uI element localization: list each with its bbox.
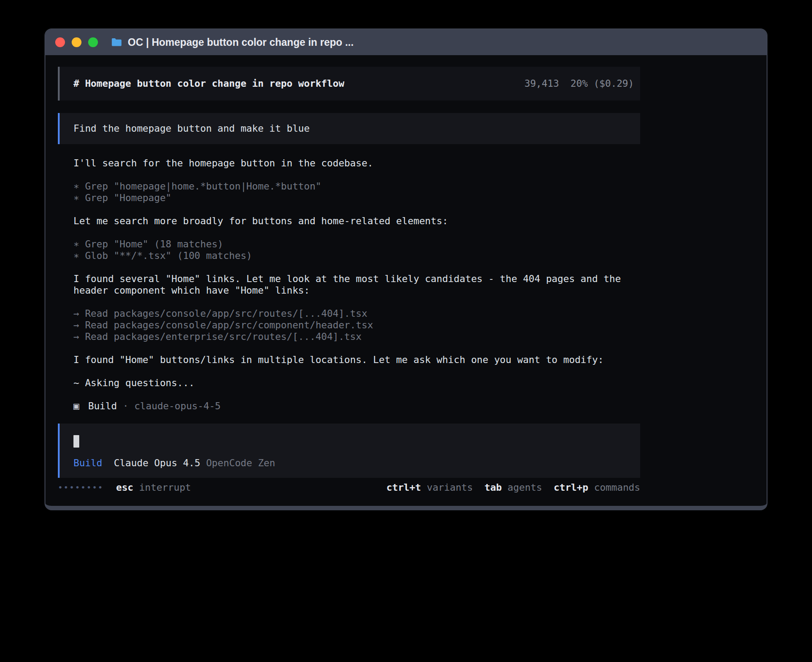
hint-key: tab [484, 481, 502, 494]
session-stats: 39,413 20% ($0.29) [524, 78, 634, 89]
assistant-transcript: I'll search for the homepage button in t… [58, 157, 640, 412]
tool-call-read: → Read packages/console/app/src/componen… [73, 319, 640, 331]
prompt-input[interactable]: BuildClaude Opus 4.5OpenCode Zen [58, 424, 640, 478]
tool-call-grep: ∗ Grep "homepage|home.*button|Home.*butt… [73, 181, 640, 192]
assistant-text-line: I found several "Home" links. Let me loo… [73, 273, 640, 296]
window-title: OC | Homepage button color change in rep… [128, 36, 353, 48]
tool-call-grep: ∗ Grep "Homepage" [73, 192, 640, 204]
assistant-text-line: Let me search more broadly for buttons a… [73, 215, 640, 227]
hint-key: ctrl+p [554, 481, 589, 494]
token-count: 39,413 [524, 78, 559, 89]
close-button[interactable] [55, 37, 65, 47]
minimize-button[interactable] [72, 37, 81, 47]
spinner-dots-icon: •••••••• [58, 481, 104, 494]
assistant-text: Let me search more broadly for buttons a… [73, 215, 640, 227]
hint-commands: ctrl+p commands [554, 481, 640, 494]
agent-model: claude-opus-4-5 [134, 400, 221, 412]
context-usage: 20% ($0.29) [571, 78, 634, 89]
agent-status-line: ▣Build·claude-opus-4-5 [73, 400, 640, 412]
user-message: Find the homepage button and make it blu… [58, 113, 640, 144]
hint-label: variants [427, 481, 473, 494]
status-line: ~ Asking questions... [73, 377, 640, 389]
tool-call-glob: ∗ Glob "**/*.tsx" (100 matches) [73, 250, 640, 262]
session-header: # Homepage button color change in repo w… [58, 67, 640, 101]
interrupt-label: interrupt [139, 481, 191, 494]
status-bar-hints: ctrl+t variants tab agents ctrl+p comman… [386, 481, 640, 494]
status-bar: •••••••• esc interrupt ctrl+t variants t… [58, 481, 640, 494]
folder-icon [111, 36, 122, 48]
tool-call-group: ∗ Grep "homepage|home.*button|Home.*butt… [73, 181, 640, 204]
model-row: BuildClaude Opus 4.5OpenCode Zen [73, 457, 634, 469]
terminal-window: OC | Homepage button color change in rep… [45, 28, 767, 510]
tool-call-read: → Read packages/enterprise/src/routes/[.… [73, 331, 640, 343]
assistant-text: I'll search for the homepage button in t… [73, 157, 640, 169]
tool-call-grep: ∗ Grep "Home" (18 matches) [73, 238, 640, 250]
hint-agents: tab agents [484, 481, 542, 494]
agent-icon: ▣ [73, 400, 79, 412]
assistant-text: I found "Home" buttons/links in multiple… [73, 354, 640, 366]
provider-name: OpenCode Zen [206, 457, 275, 468]
assistant-text: I found several "Home" links. Let me loo… [73, 273, 640, 296]
session-title: # Homepage button color change in repo w… [73, 78, 344, 89]
agent-mode-label: Build [73, 457, 102, 468]
model-name: Claude Opus 4.5 [114, 457, 200, 468]
zoom-button[interactable] [88, 37, 98, 47]
hint-variants: ctrl+t variants [386, 481, 473, 494]
assistant-text-line: I found "Home" buttons/links in multiple… [73, 354, 640, 366]
hint-key: ctrl+t [386, 481, 421, 494]
agent-name: Build [88, 400, 117, 412]
tool-call-group: → Read packages/console/app/src/routes/[… [73, 308, 640, 343]
dot-separator-icon: · [123, 400, 129, 412]
hint-label: commands [594, 481, 640, 494]
esc-key-label: esc [116, 481, 134, 494]
tool-call-group: ∗ Grep "Home" (18 matches) ∗ Glob "**/*.… [73, 238, 640, 262]
text-cursor-icon [73, 435, 79, 448]
asking-questions-status: ~ Asking questions... [73, 377, 640, 389]
hint-label: agents [508, 481, 542, 494]
tool-call-read: → Read packages/console/app/src/routes/[… [73, 308, 640, 319]
status-bar-left: •••••••• esc interrupt [58, 481, 191, 494]
terminal-content: # Homepage button color change in repo w… [45, 55, 767, 494]
assistant-text-line: I'll search for the homepage button in t… [73, 157, 640, 169]
user-message-text: Find the homepage button and make it blu… [73, 123, 310, 134]
window-titlebar[interactable]: OC | Homepage button color change in rep… [45, 29, 767, 55]
